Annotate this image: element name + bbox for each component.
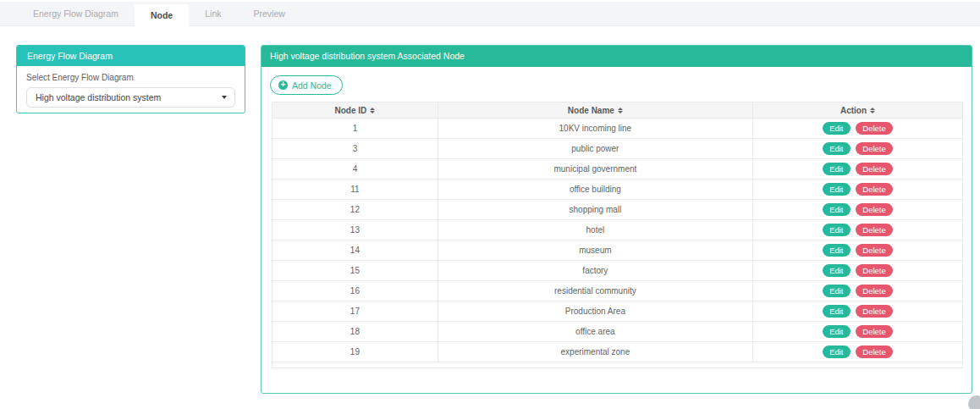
column-header-node-name[interactable]: Node Name (438, 102, 752, 119)
delete-button[interactable]: Delete (856, 163, 892, 175)
table-row: 11 office building Edit Delete (273, 180, 963, 200)
select-label: Select Energy Flow Diagram (26, 73, 235, 82)
node-id-cell: 14 (273, 240, 438, 261)
column-header-action[interactable]: Action (752, 102, 962, 119)
node-name-cell: municipal government (438, 159, 752, 180)
delete-button[interactable]: Delete (856, 345, 892, 358)
node-name-cell: public power (438, 139, 752, 159)
diagram-select[interactable]: High voltage distribution system (26, 87, 235, 108)
action-cell: Edit Delete (752, 322, 962, 342)
node-name-cell: experimental zone (438, 342, 752, 362)
edit-button[interactable]: Edit (823, 122, 850, 135)
scrollbar-thumb[interactable] (968, 395, 980, 409)
node-id-cell: 11 (273, 180, 438, 200)
node-name-cell: hotel (438, 220, 752, 240)
node-name-cell: residential community (438, 281, 752, 301)
edit-button[interactable]: Edit (823, 325, 850, 338)
table-header-row: Node ID Node Name Action (273, 102, 963, 119)
edit-button[interactable]: Edit (823, 183, 850, 196)
sort-icon[interactable] (370, 108, 375, 113)
table-row: 19 experimental zone Edit Delete (273, 342, 963, 362)
table-body: 1 10KV incoming line Edit Delete 3 publi… (273, 119, 963, 362)
column-label: Action (840, 106, 867, 115)
edit-button[interactable]: Edit (823, 142, 850, 155)
edit-button[interactable]: Edit (823, 244, 850, 257)
node-table: Node ID Node Name Action 1 10KV incoming… (272, 102, 963, 368)
tab-bar: Energy Flow Diagram Node Link Preview (0, 2, 980, 26)
delete-button[interactable]: Delete (856, 325, 892, 338)
chevron-down-icon (222, 96, 227, 99)
delete-button[interactable]: Delete (856, 305, 892, 318)
edit-button[interactable]: Edit (823, 163, 850, 175)
edit-button[interactable]: Edit (823, 203, 850, 216)
action-cell: Edit Delete (752, 200, 962, 220)
delete-button[interactable]: Delete (856, 183, 892, 196)
edit-button[interactable]: Edit (823, 305, 850, 318)
delete-button[interactable]: Delete (856, 203, 892, 216)
sort-icon[interactable] (870, 108, 875, 113)
delete-button[interactable]: Delete (856, 244, 892, 257)
column-label: Node ID (335, 106, 367, 115)
node-id-cell: 12 (273, 200, 438, 220)
action-cell: Edit Delete (752, 261, 962, 281)
action-cell: Edit Delete (752, 301, 962, 322)
panel-title: Energy Flow Diagram (17, 46, 245, 66)
edit-button[interactable]: Edit (823, 285, 850, 297)
table-row: 16 residential community Edit Delete (273, 281, 963, 301)
table-row: 13 hotel Edit Delete (273, 220, 963, 240)
page: Energy Flow Diagram Node Link Preview En… (0, 0, 980, 409)
action-cell: Edit Delete (752, 240, 962, 261)
node-id-cell: 19 (273, 342, 438, 362)
table-row: 12 shopping mall Edit Delete (273, 200, 963, 220)
delete-button[interactable]: Delete (856, 122, 892, 135)
tab-preview[interactable]: Preview (237, 2, 300, 25)
table-row: 17 Production Area Edit Delete (273, 301, 963, 322)
plus-icon: + (278, 80, 288, 90)
action-cell: Edit Delete (752, 220, 962, 240)
table-row: 3 public power Edit Delete (273, 139, 963, 159)
sort-icon[interactable] (618, 108, 623, 113)
column-label: Node Name (568, 106, 614, 115)
node-name-cell: office area (438, 322, 752, 342)
tab-node[interactable]: Node (135, 4, 189, 30)
node-id-cell: 17 (273, 301, 438, 322)
node-name-cell: 10KV incoming line (438, 119, 752, 139)
node-id-cell: 15 (273, 261, 438, 281)
table-row: 4 municipal government Edit Delete (273, 159, 963, 180)
delete-button[interactable]: Delete (856, 142, 892, 155)
table-row: 14 museum Edit Delete (273, 240, 963, 261)
edit-button[interactable]: Edit (823, 264, 850, 277)
table-row: 18 office area Edit Delete (273, 322, 963, 342)
edit-button[interactable]: Edit (823, 345, 850, 358)
associated-node-panel: High voltage distribution system Associa… (261, 45, 972, 394)
action-cell: Edit Delete (752, 139, 962, 159)
tab-energy-flow-diagram[interactable]: Energy Flow Diagram (17, 2, 135, 25)
node-id-cell: 3 (273, 139, 438, 159)
table-row: 15 factory Edit Delete (273, 261, 963, 281)
table-row: 1 10KV incoming line Edit Delete (273, 119, 963, 139)
node-id-cell: 13 (273, 220, 438, 240)
delete-button[interactable]: Delete (856, 224, 892, 236)
delete-button[interactable]: Delete (856, 264, 892, 277)
tab-link[interactable]: Link (189, 2, 237, 25)
action-cell: Edit Delete (752, 159, 962, 180)
node-id-cell: 4 (273, 159, 438, 180)
action-cell: Edit Delete (752, 119, 962, 139)
add-node-button[interactable]: + Add Node (270, 75, 343, 95)
delete-button[interactable]: Delete (856, 285, 892, 297)
edit-button[interactable]: Edit (823, 224, 850, 236)
energy-flow-diagram-panel: Energy Flow Diagram Select Energy Flow D… (16, 45, 245, 113)
action-cell: Edit Delete (752, 281, 962, 301)
add-node-label: Add Node (292, 80, 332, 91)
diagram-select-value: High voltage distribution system (36, 92, 161, 102)
node-name-cell: factory (438, 261, 752, 281)
node-id-cell: 1 (273, 119, 438, 139)
panel-title: High voltage distribution system Associa… (262, 46, 972, 67)
empty-row (273, 362, 963, 368)
column-header-node-id[interactable]: Node ID (273, 102, 438, 119)
node-name-cell: museum (438, 240, 752, 261)
action-cell: Edit Delete (752, 180, 962, 200)
node-name-cell: office building (438, 180, 752, 200)
action-cell: Edit Delete (752, 342, 962, 362)
node-id-cell: 16 (273, 281, 438, 301)
